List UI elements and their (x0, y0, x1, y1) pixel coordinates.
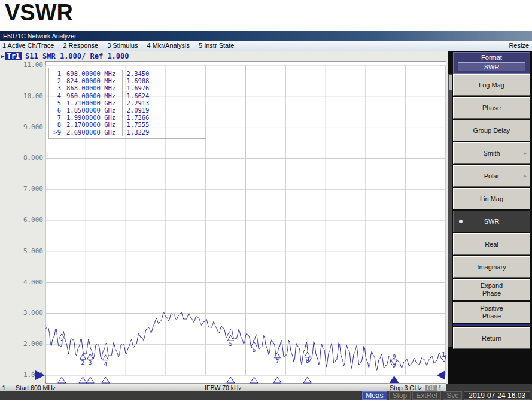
marker-number: 4 (49, 92, 61, 99)
marker-number: 3 (49, 84, 61, 92)
marker-table-row: 71.9900000 GHz1.7366 (49, 114, 206, 121)
marker-stimulus-icon[interactable] (58, 377, 66, 383)
marker-table: 1698.00000 MHz2.34502824.00000 MHz1.6908… (48, 68, 206, 139)
softkey-expand-phase[interactable]: ExpandPhase (453, 279, 530, 300)
marker-triangle-icon[interactable] (80, 354, 86, 359)
menu-item-3[interactable]: 3 Stimulus (107, 41, 138, 51)
softkey-positive-phase[interactable]: PositivePhase (453, 302, 530, 323)
softkey-scroll-strip[interactable] (448, 74, 452, 347)
marker-number: 5 (49, 99, 61, 107)
marker-frequency: 698.00000 MHz (66, 70, 115, 77)
submenu-arrow-icon: ▸ (524, 172, 527, 180)
softkey-label: Expand (481, 282, 503, 290)
softkey-label: Log Mag (479, 81, 504, 89)
marker-label: 8 (306, 357, 309, 364)
softkey-smith[interactable]: Smith▸ (453, 142, 530, 164)
y-axis-label: 4.000 (0, 279, 43, 286)
marker-number: >9 (49, 129, 61, 136)
marker-label: 6 (253, 347, 256, 353)
marker-table-row: 3868.00000 MHz1.6976 (49, 84, 206, 92)
marker-frequency: 2.1700000 GHz (66, 121, 115, 128)
marker-label: 3 (89, 359, 92, 366)
marker-stimulus-icon[interactable] (273, 377, 281, 383)
y-axis-labels: 11.0010.009.0008.0007.0006.0005.0004.000… (0, 51, 43, 384)
y-axis-label: 6.000 (0, 217, 43, 224)
softkey-list: Log MagPhaseGroup DelaySmith▸Polar▸Lin M… (453, 74, 530, 350)
softkey-imaginary[interactable]: Imaginary (453, 256, 530, 278)
softkey-real[interactable]: Real (453, 233, 530, 255)
y-axis-label: 2.000 (0, 341, 43, 348)
active-marker-stimulus-icon[interactable] (390, 376, 399, 383)
marker-label: 4 (104, 360, 107, 367)
marker-table-spare-column (168, 70, 206, 77)
softkey-label: Real (485, 241, 498, 248)
status-datetime: 2019-07-24 16:03 (464, 391, 530, 400)
softkey-label: Lin Mag (480, 195, 503, 203)
marker-table-spare-column (168, 129, 206, 136)
marker-stimulus-icon[interactable] (79, 377, 87, 383)
menu-item-4[interactable]: 4 Mkr/Analysis (147, 41, 190, 51)
marker-label: 9 (393, 353, 396, 360)
marker-table-row: 51.7100000 GHz2.2913 (49, 99, 206, 107)
marker-table-row: >92.6900000 GHz1.3229 (49, 129, 206, 136)
marker-triangle-icon[interactable] (227, 335, 233, 341)
marker-frequency: 960.00000 MHz (66, 92, 115, 99)
window-titlebar[interactable]: E5071C Network Analyzer (0, 31, 532, 41)
menu-item-5[interactable]: 5 Instr State (199, 41, 234, 51)
stimulus-status-bar: 1 IFBW 70 kHz Start 600 MHz Stop 3 GHz O… (0, 384, 446, 391)
marker-label: 5 (229, 341, 233, 347)
page: VSWR E5071C Network Analyzer 1 Active Ch… (0, 0, 532, 410)
marker-stimulus-icon[interactable] (86, 377, 94, 383)
marker-value: 1.6624 (122, 92, 168, 99)
softkey-log-mag[interactable]: Log Mag (453, 74, 530, 96)
marker-frequency: 1.9900000 GHz (66, 114, 115, 121)
softkey-polar[interactable]: Polar▸ (453, 165, 530, 187)
softkey-label: Phase (482, 290, 501, 297)
marker-frequency: 2.6900000 GHz (66, 129, 115, 136)
marker-number: 8 (49, 121, 61, 128)
marker-triangle-icon[interactable] (274, 353, 280, 358)
softkey-swr[interactable]: SWR (453, 211, 530, 232)
marker-triangle-icon[interactable] (102, 355, 108, 360)
marker-value: 1.7555 (122, 121, 168, 128)
softkey-scroll-thumb[interactable] (449, 75, 452, 90)
marker-frequency: 1.7100000 GHz (66, 99, 115, 107)
marker-number: 2 (49, 77, 61, 84)
marker-frequency: 868.00000 MHz (66, 84, 115, 92)
marker-triangle-icon[interactable] (305, 352, 311, 357)
menu-item-2[interactable]: 2 Response (63, 41, 98, 51)
marker-table-row: 82.1700000 GHz1.7555 (49, 121, 206, 128)
softkey-phase[interactable]: Phase (453, 97, 530, 119)
marker-table-spare-column (168, 99, 206, 107)
marker-frequency: 824.00000 MHz (66, 77, 115, 84)
softkey-lin-mag[interactable]: Lin Mag (453, 188, 530, 209)
softkey-group-delay[interactable]: Group Delay (453, 120, 530, 141)
marker-table-row: 2824.00000 MHz1.6908 (49, 77, 206, 84)
marker-value: 2.2913 (122, 99, 168, 107)
softkey-label: Phase (482, 312, 501, 320)
resize-button[interactable]: Resize (509, 41, 529, 51)
submenu-arrow-icon: ▸ (524, 149, 527, 157)
softkey-label: Phase (482, 104, 501, 112)
status-indicator-meas: Meas (362, 391, 387, 400)
window-title: E5071C Network Analyzer (3, 32, 77, 40)
marker-label: 7 (276, 358, 279, 365)
softkey-label: Positive (480, 305, 503, 312)
softkey-return[interactable]: Return (453, 327, 530, 349)
softkey-label: Smith (483, 150, 500, 157)
format-softkey-sidebar: Format SWR Log MagPhaseGroup DelaySmith▸… (448, 51, 532, 384)
instrument-status-bar: MeasStopExtRefSvc2019-07-24 16:03 (0, 391, 532, 400)
marker-table-spare-column (168, 92, 206, 99)
marker-stimulus-icon[interactable] (227, 377, 235, 383)
marker-stimulus-icon[interactable] (250, 377, 258, 383)
bottom-band: 1 IFBW 70 kHz Start 600 MHz Stop 3 GHz O… (0, 384, 532, 400)
marker-stimulus-icon[interactable] (102, 377, 110, 383)
marker-triangle-icon[interactable] (87, 354, 93, 359)
y-axis-label: 10.00 (0, 93, 43, 100)
marker-stimulus-icon[interactable] (303, 377, 311, 383)
marker-number: 7 (49, 114, 61, 121)
menu-item-1[interactable]: 1 Active Ch/Trace (2, 41, 54, 51)
marker-label: 1 (60, 339, 63, 345)
softkey-label: Polar (484, 172, 500, 180)
y-axis-label: 7.000 (0, 186, 43, 193)
